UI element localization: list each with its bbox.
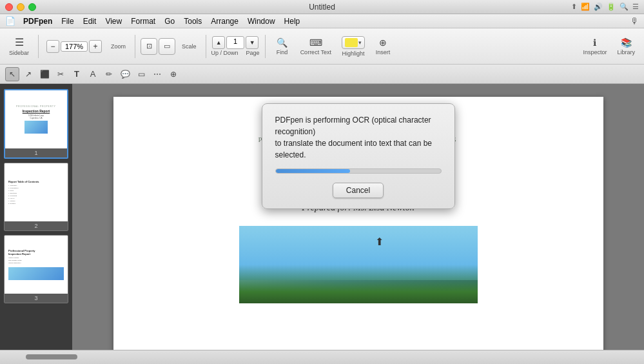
zoom-out-button[interactable]: −	[46, 40, 59, 53]
menu-arrange[interactable]: Arrange	[207, 15, 242, 27]
separator-1	[38, 35, 39, 58]
document-page: PROFESSIONAL PROPERTY INSPECTIONS Inspec…	[113, 97, 603, 350]
tool-crop[interactable]: ⬛	[37, 67, 52, 81]
page-up-button[interactable]: ▲	[212, 36, 225, 49]
ocr-message-line1: PDFpen is performing OCR (optical charac…	[275, 116, 431, 136]
highlight-color-btn: ▾	[342, 36, 365, 49]
document-area[interactable]: ⬆ PROFESSIONAL PROPERTY INSPECTIONS Insp…	[72, 84, 644, 350]
ocr-progress-fill	[276, 169, 350, 173]
zoom-label: Zoom	[111, 43, 126, 50]
page-nav-group: ▲ 1 ▼ Up / Down Page	[211, 36, 260, 56]
page-2-thumbnail: Report Table of Contents 1. Summary2. Fo…	[5, 163, 68, 221]
volume-icon: 🔊	[594, 3, 603, 11]
zoom-label-btn: Zoom	[107, 41, 130, 52]
menu-help[interactable]: Help	[280, 15, 304, 27]
tools-bar: ↖ ↗ ⬛ ✂ T A ✏ 💬 ▭ ⋯ ⊕	[0, 65, 644, 84]
library-button[interactable]: 📚 Library	[613, 35, 639, 58]
updown-labels: Up / Down Page	[211, 50, 260, 56]
menu-window[interactable]: Window	[244, 15, 279, 27]
traffic-lights	[5, 3, 36, 11]
separator-4	[265, 35, 266, 58]
library-label: Library	[617, 49, 635, 56]
tool-select-text[interactable]: ↗	[21, 67, 35, 81]
ocr-dialog-actions: Cancel	[275, 183, 442, 198]
main-area: PROFESSIONAL PROPERTY Inspection Report …	[0, 84, 644, 350]
separator-3	[206, 35, 206, 58]
highlight-label: Highlight	[342, 50, 364, 57]
window-title: Untitled	[309, 3, 335, 12]
insert-button[interactable]: ⊕ Insert	[371, 35, 395, 58]
tool-text[interactable]: T	[70, 67, 84, 81]
page-1-image-preview	[24, 121, 48, 134]
ocr-message-line2: to translate the document into text that…	[275, 139, 433, 159]
notifications-icon[interactable]: ☰	[632, 3, 639, 11]
ocr-progress-bar	[275, 168, 442, 174]
close-button[interactable]	[5, 3, 13, 11]
tool-select-arrow[interactable]: ↖	[5, 67, 19, 81]
search-icon[interactable]: 🔍	[620, 3, 629, 11]
page-down-button[interactable]: ▼	[246, 36, 259, 49]
wifi-icon: 📶	[581, 3, 590, 11]
menu-format[interactable]: Format	[127, 15, 159, 27]
page-2-number: 2	[5, 221, 68, 230]
correct-text-icon: ⌨	[309, 37, 322, 48]
menu-bar: 📄 PDFpen File Edit View Format Go Tools …	[0, 14, 644, 28]
highlight-dropdown-arrow: ▾	[358, 39, 362, 46]
tool-polyline[interactable]: ⋯	[150, 67, 164, 81]
tool-comment[interactable]: 💬	[118, 67, 132, 81]
fit-width-icon: ▭	[164, 42, 170, 50]
ocr-dialog-message: PDFpen is performing OCR (optical charac…	[275, 114, 442, 161]
highlight-button[interactable]: ▾ Highlight	[338, 34, 369, 59]
sidebar-toggle-button[interactable]: ☰ Sidebar	[5, 34, 33, 59]
menu-go[interactable]: Go	[161, 15, 179, 27]
tool-rectangle[interactable]: ▭	[134, 67, 148, 81]
sidebar-icon: ☰	[15, 36, 24, 48]
find-label: Find	[277, 49, 288, 56]
page-3-number: 3	[5, 294, 68, 303]
inspector-button[interactable]: ℹ Inspector	[579, 35, 610, 58]
zoom-in-button[interactable]: +	[89, 40, 102, 53]
menu-tools[interactable]: Tools	[180, 15, 206, 27]
fit-width-button[interactable]: ▭	[159, 38, 175, 55]
find-button[interactable]: 🔍 Find	[271, 35, 294, 58]
maximize-button[interactable]	[28, 3, 36, 11]
mic-icon: 🎙	[630, 16, 639, 26]
scale-label: Scale	[182, 43, 197, 50]
insert-icon: ⊕	[379, 37, 387, 48]
insert-label: Insert	[376, 49, 391, 56]
find-icon: 🔍	[277, 37, 288, 48]
tool-pen[interactable]: ✏	[102, 67, 116, 81]
sidebar-page-3[interactable]: Professional PropertyInspection Report S…	[4, 235, 68, 303]
share-icon: ⬆	[571, 3, 577, 11]
title-bar: Untitled ⬆ 📶 🔊 🔋 🔍 ☰	[0, 0, 644, 14]
app-logo: 📄	[5, 16, 15, 26]
minimize-button[interactable]	[17, 3, 24, 11]
tool-scissors[interactable]: ✂	[54, 67, 68, 81]
correct-text-button[interactable]: ⌨ Correct Text	[297, 35, 335, 58]
toolbar: ☰ Sidebar − 177% + Zoom ⊡ ▭ Scale ▲ 1 ▼ …	[0, 28, 644, 65]
menu-edit[interactable]: Edit	[79, 15, 101, 27]
fit-page-button[interactable]: ⊡	[141, 38, 157, 55]
menu-view[interactable]: View	[101, 15, 126, 27]
page-input[interactable]: 1	[226, 36, 244, 49]
separator-2	[135, 35, 135, 58]
correct-text-label: Correct Text	[300, 49, 331, 56]
sidebar: PROFESSIONAL PROPERTY Inspection Report …	[0, 84, 72, 350]
highlight-color-swatch	[345, 38, 358, 47]
updown-buttons: ▲ 1 ▼	[212, 36, 259, 49]
bottom-bar	[0, 350, 644, 364]
zoom-value-display[interactable]: 177%	[61, 41, 88, 52]
ocr-dialog-overlay: PDFpen is performing OCR (optical charac…	[113, 97, 603, 350]
view-mode-group: ⊡ ▭	[141, 38, 175, 55]
tool-signature[interactable]: ⊕	[166, 67, 181, 81]
sidebar-page-2[interactable]: Report Table of Contents 1. Summary2. Fo…	[4, 163, 68, 231]
page-3-thumbnail: Professional PropertyInspection Report S…	[5, 236, 68, 294]
horizontal-scrollbar-thumb[interactable]	[26, 354, 77, 359]
ocr-cancel-button[interactable]: Cancel	[333, 183, 384, 198]
menu-file[interactable]: File	[57, 15, 77, 27]
title-bar-right: ⬆ 📶 🔊 🔋 🔍 ☰	[571, 3, 639, 11]
menu-pdfpen[interactable]: PDFpen	[19, 15, 56, 27]
updown-label: Up / Down	[211, 50, 239, 56]
tool-text-alt[interactable]: A	[86, 67, 100, 81]
sidebar-page-1[interactable]: PROFESSIONAL PROPERTY Inspection Report …	[4, 89, 68, 159]
